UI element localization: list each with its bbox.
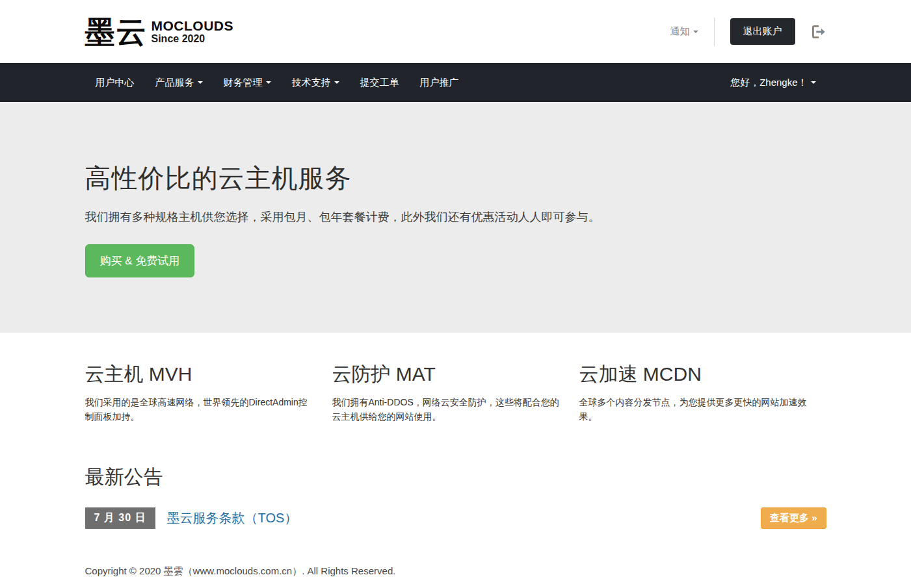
feature-cloud-cdn: 云加速 MCDN 全球多个内容分发节点，为您提供更多更快的网站加速效果。 bbox=[579, 361, 826, 424]
nav-item-user-center[interactable]: 用户中心 bbox=[85, 63, 145, 102]
main-navbar: 用户中心 产品服务 财务管理 技术支持 提交工单 用户推广 您 bbox=[0, 63, 911, 102]
features-section: 云主机 MVH 我们采用的是全球高速网络，世界领先的DirectAdmin控制面… bbox=[0, 333, 911, 424]
hero-title: 高性价比的云主机服务 bbox=[85, 160, 826, 196]
sign-out-icon[interactable] bbox=[810, 23, 826, 40]
chevron-down-icon bbox=[811, 81, 816, 84]
logo-cn-text: 墨云 bbox=[85, 17, 148, 47]
feature-title: 云防护 MAT bbox=[332, 361, 560, 388]
announcements-section: 最新公告 7 月 30 日 墨云服务条款（TOS） 查看更多 » bbox=[0, 464, 911, 529]
chevron-down-icon bbox=[693, 31, 698, 33]
nav-label: 财务管理 bbox=[224, 77, 263, 89]
announcement-date-badge: 7 月 30 日 bbox=[85, 507, 155, 529]
logo-since-text: Since 2020 bbox=[152, 33, 234, 45]
feature-title: 云主机 MVH bbox=[85, 361, 313, 388]
chevron-down-icon bbox=[266, 81, 271, 84]
announcement-row: 7 月 30 日 墨云服务条款（TOS） 查看更多 » bbox=[85, 507, 826, 529]
user-greeting-dropdown[interactable]: 您好，Zhengke！ bbox=[720, 63, 826, 102]
nav-label: 用户中心 bbox=[96, 77, 135, 89]
nav-item-products-dropdown[interactable]: 产品服务 bbox=[145, 63, 213, 102]
logout-button[interactable]: 退出账户 bbox=[730, 18, 795, 45]
chevron-down-icon bbox=[334, 81, 339, 84]
feature-cloud-protect: 云防护 MAT 我们拥有Anti-DDOS，网络云安全防护，这些将配合您的云主机… bbox=[332, 361, 579, 424]
feature-desc: 全球多个内容分发节点，为您提供更多更快的网站加速效果。 bbox=[579, 396, 807, 424]
logo-side: MOCLOUDS Since 2020 bbox=[152, 19, 234, 45]
feature-desc: 我们采用的是全球高速网络，世界领先的DirectAdmin控制面板加持。 bbox=[85, 396, 313, 424]
chevron-down-icon bbox=[198, 81, 203, 84]
nav-label: 用户推广 bbox=[420, 77, 459, 89]
announcement-link-tos[interactable]: 墨云服务条款（TOS） bbox=[167, 509, 298, 527]
view-more-button[interactable]: 查看更多 » bbox=[761, 507, 826, 529]
page-footer: Copyright © 2020 墨雲（www.moclouds.com.cn）… bbox=[0, 565, 911, 588]
site-logo[interactable]: 墨云 MOCLOUDS Since 2020 bbox=[85, 17, 234, 47]
header-right: 通知 退出账户 bbox=[670, 18, 826, 46]
notifications-dropdown[interactable]: 通知 bbox=[670, 25, 698, 38]
feature-title: 云加速 MCDN bbox=[579, 361, 807, 388]
buy-free-trial-button[interactable]: 购买 & 免费试用 bbox=[85, 244, 195, 277]
notifications-label: 通知 bbox=[670, 25, 690, 38]
nav-label: 产品服务 bbox=[155, 77, 194, 89]
hero-subtitle: 我们拥有多种规格主机供您选择，采用包月、包年套餐计费，此外我们还有优惠活动人人即… bbox=[85, 209, 826, 225]
top-header: 墨云 MOCLOUDS Since 2020 通知 退出账户 bbox=[0, 0, 911, 63]
copyright-text: Copyright © 2020 墨雲（www.moclouds.com.cn）… bbox=[85, 565, 826, 578]
nav-left: 用户中心 产品服务 财务管理 技术支持 提交工单 用户推广 bbox=[85, 63, 469, 102]
nav-item-billing-dropdown[interactable]: 财务管理 bbox=[213, 63, 282, 102]
feature-desc: 我们拥有Anti-DDOS，网络云安全防护，这些将配合您的云主机供给您的网站使用… bbox=[332, 396, 560, 424]
hero-jumbotron: 高性价比的云主机服务 我们拥有多种规格主机供您选择，采用包月、包年套餐计费，此外… bbox=[0, 102, 911, 333]
nav-item-support-dropdown[interactable]: 技术支持 bbox=[282, 63, 350, 102]
nav-label: 技术支持 bbox=[292, 77, 331, 89]
nav-item-referral[interactable]: 用户推广 bbox=[410, 63, 469, 102]
nav-label: 提交工单 bbox=[360, 77, 399, 89]
nav-right: 您好，Zhengke！ bbox=[720, 63, 826, 102]
nav-item-submit-ticket[interactable]: 提交工单 bbox=[350, 63, 410, 102]
announcements-title: 最新公告 bbox=[85, 464, 826, 491]
logo-en-text: MOCLOUDS bbox=[152, 19, 234, 33]
feature-cloud-host: 云主机 MVH 我们采用的是全球高速网络，世界领先的DirectAdmin控制面… bbox=[85, 361, 332, 424]
header-divider bbox=[714, 18, 715, 46]
user-greeting-label: 您好，Zhengke！ bbox=[730, 77, 807, 89]
